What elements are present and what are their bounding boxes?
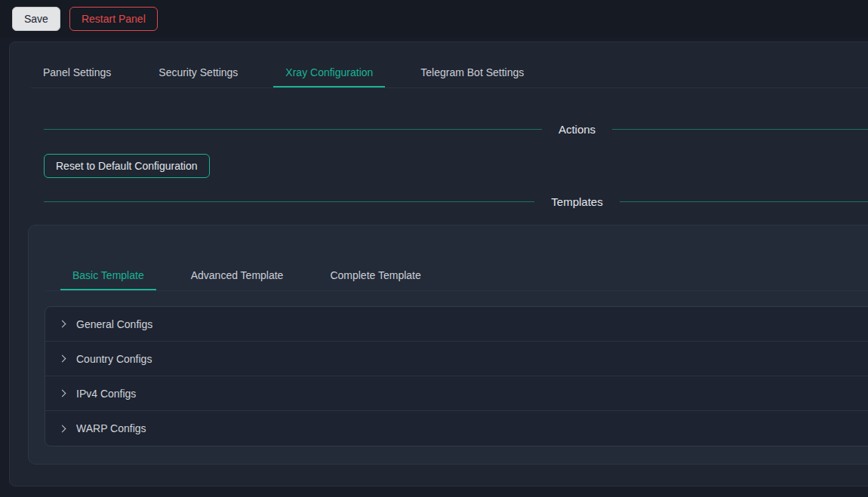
actions-divider-title: Actions (542, 123, 612, 136)
template-tabs: Basic Template Advanced Template Complet… (45, 260, 868, 291)
restart-panel-button[interactable]: Restart Panel (69, 7, 158, 31)
collapse-item-warp-configs[interactable]: WARP Configs (45, 411, 868, 446)
config-collapse: General Configs Country Configs IPv4 Con… (45, 306, 868, 446)
chevron-right-icon (59, 355, 66, 363)
tab-telegram-bot-settings[interactable]: Telegram Bot Settings (408, 57, 536, 87)
collapse-item-ipv4-configs[interactable]: IPv4 Configs (45, 376, 868, 411)
tab-basic-template[interactable]: Basic Template (60, 260, 156, 290)
tab-xray-configuration[interactable]: Xray Configuration (273, 57, 385, 87)
tab-security-settings[interactable]: Security Settings (146, 57, 250, 87)
topbar: Save Restart Panel (0, 0, 868, 38)
chevron-right-icon (59, 425, 66, 432)
chevron-right-icon (59, 390, 66, 397)
chevron-right-icon (59, 321, 66, 328)
collapse-item-label: IPv4 Configs (76, 388, 136, 400)
templates-divider: Templates (44, 194, 868, 209)
templates-divider-title: Templates (534, 195, 619, 208)
collapse-item-label: WARP Configs (76, 422, 146, 434)
collapse-item-label: Country Configs (76, 353, 152, 365)
settings-tabs: Panel Settings Security Settings Xray Co… (31, 57, 868, 88)
actions-divider: Actions (44, 121, 868, 137)
settings-card: Panel Settings Security Settings Xray Co… (9, 41, 868, 486)
collapse-item-general-configs[interactable]: General Configs (45, 307, 868, 342)
save-button[interactable]: Save (12, 7, 60, 31)
templates-card: Basic Template Advanced Template Complet… (28, 225, 868, 465)
reset-default-configuration-button[interactable]: Reset to Default Configuration (44, 154, 210, 178)
collapse-item-label: General Configs (76, 318, 152, 330)
tab-complete-template[interactable]: Complete Template (318, 260, 432, 290)
tab-panel-settings[interactable]: Panel Settings (31, 57, 123, 87)
tab-advanced-template[interactable]: Advanced Template (179, 260, 296, 290)
collapse-item-country-configs[interactable]: Country Configs (45, 342, 868, 376)
